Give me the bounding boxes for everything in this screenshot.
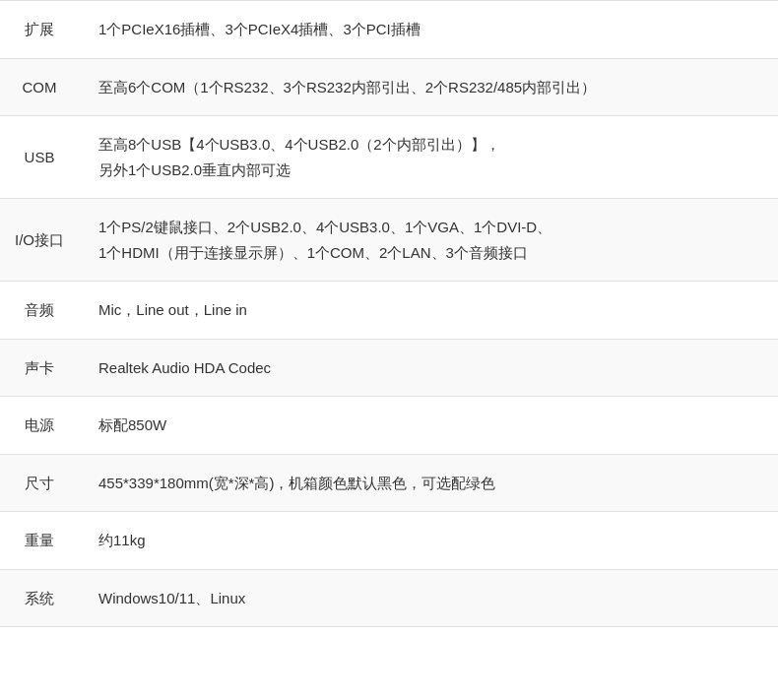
row-value: 1个PS/2键鼠接口、2个USB2.0、4个USB3.0、1个VGA、1个DVI… bbox=[79, 199, 778, 282]
row-label: 音频 bbox=[0, 282, 79, 340]
row-label: 电源 bbox=[0, 397, 79, 455]
row-value: 至高6个COM（1个RS232、3个RS232内部引出、2个RS232/485内… bbox=[79, 58, 778, 116]
row-label: I/O接口 bbox=[0, 199, 79, 282]
table-row: USB至高8个USB【4个USB3.0、4个USB2.0（2个内部引出）】，另外… bbox=[0, 116, 778, 199]
row-label: 尺寸 bbox=[0, 454, 79, 512]
table-row: 扩展1个PCIeX16插槽、3个PCIeX4插槽、3个PCI插槽 bbox=[0, 1, 778, 59]
row-value: 1个PCIeX16插槽、3个PCIeX4插槽、3个PCI插槽 bbox=[79, 1, 778, 59]
row-label: USB bbox=[0, 116, 79, 199]
table-row: 重量约11kg bbox=[0, 512, 778, 570]
row-label: 扩展 bbox=[0, 1, 79, 59]
row-value: Windows10/11、Linux bbox=[79, 569, 778, 627]
table-row: 电源标配850W bbox=[0, 397, 778, 455]
row-value: 约11kg bbox=[79, 512, 778, 570]
table-row: 声卡Realtek Audio HDA Codec bbox=[0, 339, 778, 397]
table-row: 音频Mic，Line out，Line in bbox=[0, 282, 778, 340]
table-row: 尺寸455*339*180mm(宽*深*高)，机箱颜色默认黑色，可选配绿色 bbox=[0, 454, 778, 512]
row-value: 455*339*180mm(宽*深*高)，机箱颜色默认黑色，可选配绿色 bbox=[79, 454, 778, 512]
row-value: 至高8个USB【4个USB3.0、4个USB2.0（2个内部引出）】，另外1个U… bbox=[79, 116, 778, 199]
table-row: 系统Windows10/11、Linux bbox=[0, 569, 778, 627]
row-value: Mic，Line out，Line in bbox=[79, 282, 778, 340]
row-label: 系统 bbox=[0, 569, 79, 627]
table-row: COM至高6个COM（1个RS232、3个RS232内部引出、2个RS232/4… bbox=[0, 58, 778, 116]
row-label: 声卡 bbox=[0, 339, 79, 397]
row-value: 标配850W bbox=[79, 397, 778, 455]
row-label: 重量 bbox=[0, 512, 79, 570]
row-value: Realtek Audio HDA Codec bbox=[79, 339, 778, 397]
spec-table: 扩展1个PCIeX16插槽、3个PCIeX4插槽、3个PCI插槽COM至高6个C… bbox=[0, 0, 778, 627]
row-label: COM bbox=[0, 58, 79, 116]
table-row: I/O接口1个PS/2键鼠接口、2个USB2.0、4个USB3.0、1个VGA、… bbox=[0, 199, 778, 282]
